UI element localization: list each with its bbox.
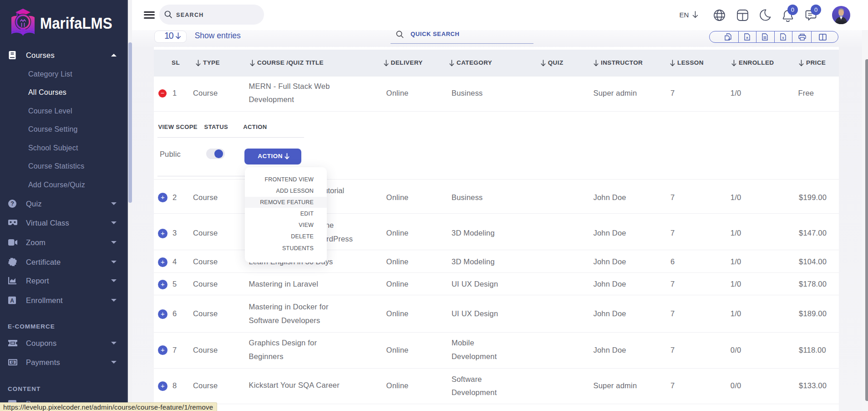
svg-text:?: ? xyxy=(10,200,14,207)
svg-text:0: 0 xyxy=(12,360,14,364)
svg-text:A: A xyxy=(10,298,14,304)
svg-text:x: x xyxy=(746,36,748,40)
svg-text:s: s xyxy=(782,36,784,39)
